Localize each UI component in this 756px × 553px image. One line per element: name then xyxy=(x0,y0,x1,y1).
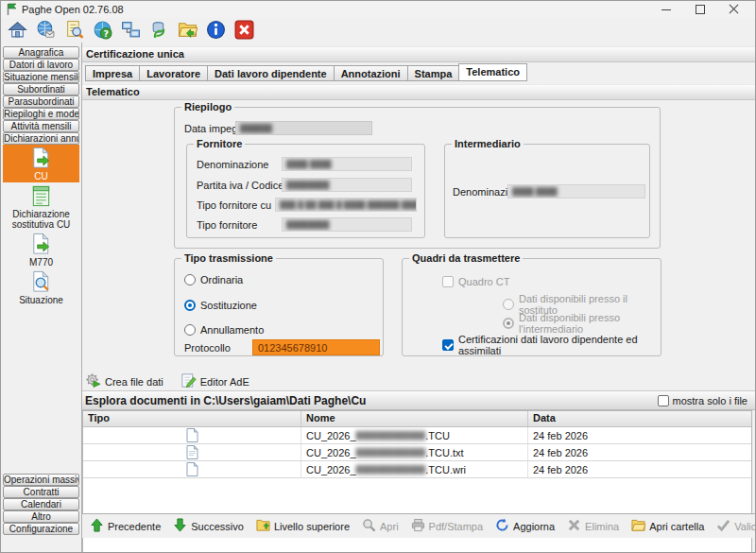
home-button[interactable] xyxy=(6,19,28,42)
file-icon xyxy=(186,445,198,459)
actions-row: Crea file dati Editor AdE xyxy=(85,372,249,390)
radio-icon xyxy=(184,324,196,336)
partita-iva-value: ████████ xyxy=(286,181,329,189)
help-globe-icon: ? xyxy=(93,20,112,42)
apri-button: Apri xyxy=(362,518,399,534)
arrow-up-green-icon xyxy=(90,518,104,534)
radio-label: Annullamento xyxy=(200,324,264,336)
flag-icon xyxy=(7,3,17,17)
sidebar-item-m770[interactable]: M770 xyxy=(3,231,79,268)
file-date: 24 feb 2026 xyxy=(528,461,751,477)
riepilogo-groupbox: Riepilogo Data impegno ██████ Fornitore … xyxy=(174,107,661,249)
check-gray-icon xyxy=(716,518,730,534)
content-area: Certificazione unica Impresa Lavoratore … xyxy=(81,43,755,553)
table-row[interactable]: CU_2026_█████████████.TCU 24 feb 2026 xyxy=(83,427,751,444)
open-folder-icon xyxy=(178,20,198,42)
sidebar-item-riepiloghi-e-modelli[interactable]: Riepiloghi e modelli xyxy=(3,108,79,120)
open-folder-button[interactable] xyxy=(176,19,198,42)
sidebar-item-subordinati[interactable]: Subordinati xyxy=(3,83,79,95)
intermediario-title: Intermediario xyxy=(452,138,524,149)
checkbox-certificazioni[interactable]: Certificazioni dati lavoro dipendente ed… xyxy=(442,338,661,352)
protocollo-field[interactable]: 012345678910 xyxy=(252,339,380,355)
tab-dati-lavoro-dipendente[interactable]: Dati lavoro dipendente xyxy=(207,65,334,81)
tab-annotazioni[interactable]: Annotazioni xyxy=(334,65,407,81)
table-row[interactable]: CU_2026_█████████████.TCU.txt 24 feb 202… xyxy=(83,444,751,461)
gear-play-icon xyxy=(85,372,101,390)
sidebar-item-label: Situazione xyxy=(19,295,63,305)
column-header-data[interactable]: Data xyxy=(528,411,751,426)
sync-button[interactable] xyxy=(147,19,170,42)
pdf-stampa-button: Pdf/Stampa xyxy=(411,518,483,534)
radio-dati-intermediario[interactable]: Dati disponibili presso l'intermediario xyxy=(503,317,661,330)
sidebar: Anagrafica Datori di lavoro Situazione m… xyxy=(1,43,81,553)
tab-telematico[interactable]: Telematico xyxy=(458,63,527,81)
data-impegno-field: ██████ xyxy=(235,121,372,135)
sidebar-item-dichiarazioni-annuali[interactable]: Dichiarazioni annuali xyxy=(3,132,79,145)
fornitore-title: Fornitore xyxy=(194,138,245,149)
radio-sostituzione[interactable]: Sostituzione xyxy=(184,299,257,312)
tipo-trasmissione-groupbox: Tipo trasmissione Ordinaria Sostituzione… xyxy=(174,258,384,356)
radio-dati-sostituto[interactable]: Dati disponibili presso il sostituto xyxy=(503,298,661,311)
sidebar-item-datori-di-lavoro[interactable]: Datori di lavoro xyxy=(3,59,79,71)
successivo-button[interactable]: Successivo xyxy=(173,518,244,534)
valida-button: Valida xyxy=(716,518,756,534)
tab-bar: Impresa Lavoratore Dati lavoro dipendent… xyxy=(85,63,527,81)
sidebar-item-cu[interactable]: CU xyxy=(3,145,79,182)
web-button[interactable] xyxy=(34,19,57,42)
app-window: Paghe Open 02.76.08 ? Anagrafica Datori … xyxy=(0,0,756,553)
tab-stampa[interactable]: Stampa xyxy=(407,65,459,81)
exit-button[interactable] xyxy=(232,19,255,42)
x-gray-icon xyxy=(567,518,581,534)
sidebar-item-dichiarazione-sostitutiva-cu[interactable]: Dichiarazione sostitutiva CU xyxy=(3,182,79,231)
explorer-header: Esplora documenti in C:\Users\gaiam\Dati… xyxy=(82,390,755,410)
table-row[interactable]: CU_2026_█████████████.TCU.wri 24 feb 202… xyxy=(83,461,751,478)
close-button[interactable] xyxy=(729,4,740,15)
checkbox-label: Certificazioni dati lavoro dipendente ed… xyxy=(458,334,661,356)
sidebar-item-operazioni-massive[interactable]: Operazioni massive xyxy=(3,474,79,486)
show-only-files-checkbox[interactable]: mostra solo i file xyxy=(658,395,747,406)
sidebar-item-attivita-mensili[interactable]: Attività mensili xyxy=(3,120,79,132)
refresh-blue-icon xyxy=(495,518,509,534)
quadri-title: Quadri da trasmettere xyxy=(409,252,523,264)
tab-impresa[interactable]: Impresa xyxy=(85,65,139,81)
sidebar-item-contratti[interactable]: Contratti xyxy=(3,486,79,498)
folder-open-icon xyxy=(631,518,645,534)
sidebar-item-parasubordinati[interactable]: Parasubordinati xyxy=(3,95,79,108)
radio-annullamento[interactable]: Annullamento xyxy=(184,323,264,337)
editor-ade-label: Editor AdE xyxy=(200,376,249,388)
search-document-button[interactable] xyxy=(62,19,85,42)
intermediario-denominazione-field: ████ ████ xyxy=(507,184,645,199)
column-header-nome[interactable]: Nome xyxy=(301,411,528,426)
livello-superiore-button[interactable]: Livello superiore xyxy=(256,518,350,534)
sidebar-item-situazione[interactable]: Situazione xyxy=(3,268,79,306)
minimize-button[interactable] xyxy=(661,4,672,15)
network-button[interactable] xyxy=(119,19,142,42)
aggiorna-button[interactable]: Aggiorna xyxy=(495,518,555,534)
sidebar-item-anagrafica[interactable]: Anagrafica xyxy=(3,46,79,59)
edit-pencil-icon xyxy=(180,372,197,390)
denominazione-label: Denominazione xyxy=(197,159,268,170)
explorer-title: Esplora documenti in C:\Users\gaiam\Dati… xyxy=(85,394,366,407)
sidebar-item-calendari[interactable]: Calendari xyxy=(3,498,79,510)
help-button[interactable]: ? xyxy=(91,19,113,42)
column-header-tipo[interactable]: Tipo xyxy=(83,411,301,426)
radio-checked-icon xyxy=(184,300,196,311)
denominazione-field: ████ ████ xyxy=(282,157,412,171)
apri-cartella-button[interactable]: Apri cartella xyxy=(631,518,704,534)
file-date: 24 feb 2026 xyxy=(528,444,751,460)
tab-lavoratore[interactable]: Lavoratore xyxy=(139,65,207,81)
sidebar-item-altro[interactable]: Altro xyxy=(3,510,79,523)
tipo-fornitore-cu-field: ███ █ ██ ███ █ ████ ██████ ████ xyxy=(275,198,417,212)
page-title: Certificazione unica xyxy=(82,46,755,62)
crea-file-dati-button[interactable]: Crea file dati xyxy=(85,372,163,390)
radio-icon xyxy=(503,299,514,310)
sidebar-item-configurazione[interactable]: Configurazione xyxy=(3,523,79,535)
radio-ordinaria[interactable]: Ordinaria xyxy=(184,273,243,286)
editor-ade-button[interactable]: Editor AdE xyxy=(180,372,249,390)
maximize-button[interactable] xyxy=(695,4,706,15)
info-button[interactable] xyxy=(204,19,227,42)
cu-document-icon xyxy=(29,147,53,170)
checkbox-quadro-ct[interactable]: Quadro CT xyxy=(442,275,509,288)
sidebar-item-situazione-mensile[interactable]: Situazione mensile xyxy=(3,71,79,83)
precedente-button[interactable]: Precedente xyxy=(90,518,161,534)
